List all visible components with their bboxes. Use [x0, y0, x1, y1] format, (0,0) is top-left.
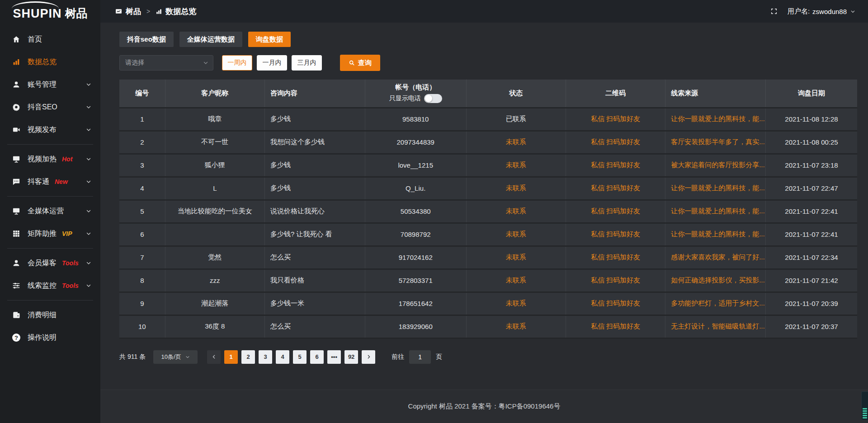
cell-qrcode-link-text[interactable]: 私信 扫码加好友	[591, 299, 640, 307]
search-button[interactable]: 查询	[340, 55, 380, 71]
cell-date: 2021-11-08 00:25	[766, 131, 857, 154]
sidebar-divider	[7, 300, 93, 301]
cell-nickname: 觉然	[165, 246, 264, 269]
cell-qrcode-link-text[interactable]: 私信 扫码加好友	[591, 184, 640, 192]
cell-qrcode-link: 私信 扫码加好友	[566, 131, 665, 154]
cell-status-text: 未联系	[506, 253, 526, 261]
cell-date-text: 2021-11-08 00:25	[785, 138, 838, 146]
cell-source-link-text[interactable]: 无主灯设计，智能磁吸轨道灯...	[671, 322, 765, 330]
sidebar-item-label: 矩阵助推	[28, 229, 57, 239]
sidebar-item-label: 视频发布	[28, 125, 57, 135]
fullscreen-icon[interactable]	[770, 8, 778, 15]
sidebar-item-account-management[interactable]: 账号管理	[0, 73, 100, 96]
sidebar-divider	[7, 196, 93, 197]
page-button-5[interactable]: 5	[293, 350, 307, 364]
table-row: 3狐小狸多少钱love__1215未联系私信 扫码加好友被大家追着问的客厅投影分…	[119, 154, 857, 177]
cell-qrcode-link-text[interactable]: 私信 扫码加好友	[591, 115, 640, 122]
cell-account-text: 178651642	[399, 300, 433, 307]
sidebar-item-douyin-seo[interactable]: 抖音SEO	[0, 96, 100, 118]
cell-qrcode-link: 私信 扫码加好友	[566, 154, 665, 177]
sidebar-item-consumption-detail[interactable]: 消费明细	[0, 304, 100, 326]
page-button-2[interactable]: 2	[241, 350, 255, 364]
sidebar-item-lead-monitor[interactable]: 线索监控Tools	[0, 274, 100, 297]
page-size-select[interactable]: 10条/页	[153, 350, 198, 364]
sidebar-item-doukatong[interactable]: 抖客通New	[0, 170, 100, 193]
cell-content-text: 我只看价格	[270, 276, 304, 284]
table-row: 4L多少钱Q_Liu.未联系私信 扫码加好友让你一眼就爱上的黑科技，能...20…	[119, 177, 857, 200]
goto-page-input[interactable]	[409, 350, 431, 364]
range-button[interactable]: 一月内	[257, 55, 287, 70]
tab-active[interactable]: 询盘数据	[248, 32, 291, 47]
copyright-text: Copyright 树品 2021 备案号：粤ICP备09019646号	[408, 402, 561, 411]
sidebar-item-video-publish[interactable]: 视频发布	[0, 118, 100, 141]
cell-qrcode-link-text[interactable]: 私信 扫码加好友	[591, 322, 640, 330]
cell-source-link-text[interactable]: 让你一眼就爱上的黑科技，能...	[671, 207, 765, 215]
sidebar-item-operation-guide[interactable]: ?操作说明	[0, 326, 100, 349]
user-icon	[12, 258, 21, 268]
cell-source-link-text[interactable]: 客厅安装投影半年多了，真实...	[671, 138, 765, 146]
prev-page-button[interactable]	[207, 350, 221, 364]
sidebar-item-data-overview[interactable]: 数据总览	[0, 51, 100, 73]
sidebar-item-omni-media-operation[interactable]: 全媒体运营	[0, 200, 100, 222]
cell-account-text: 50534380	[401, 207, 431, 215]
table-row: 2不可一世我想问这个多少钱2097344839未联系私信 扫码加好友客厅安装投影…	[119, 131, 857, 154]
cell-qrcode-link-text[interactable]: 私信 扫码加好友	[591, 138, 640, 146]
cell-content-text: 多少钱一米	[270, 299, 304, 307]
tab-inactive[interactable]: 全媒体运营数据	[179, 32, 242, 47]
cell-source-link-text[interactable]: 感谢大家喜欢我家，被问了好...	[671, 253, 765, 261]
sidebar-item-label: 账号管理	[28, 80, 57, 89]
cell-content-text: 多少钱	[270, 184, 291, 192]
cell-qrcode-link-text[interactable]: 私信 扫码加好友	[591, 230, 640, 238]
cell-nickname: 当地比较能吃的一位美女	[165, 200, 264, 223]
cell-account: 70898792	[365, 223, 466, 246]
cell-status: 已联系	[466, 108, 566, 131]
cell-qrcode-link-text[interactable]: 私信 扫码加好友	[591, 161, 640, 169]
cell-date-text: 2021-11-07 21:42	[785, 277, 838, 284]
range-button[interactable]: 三月内	[292, 55, 322, 70]
page-button-1[interactable]: 1	[224, 350, 238, 364]
sidebar-item-matrix-boost[interactable]: 矩阵助推VIP	[0, 222, 100, 245]
range-button[interactable]: 一周内	[222, 55, 252, 70]
page-button-3[interactable]: 3	[259, 350, 272, 364]
sidebar-item-home[interactable]: 首页	[0, 28, 100, 51]
cell-qrcode-link: 私信 扫码加好友	[566, 200, 665, 223]
cell-date-text: 2021-11-07 22:41	[785, 230, 838, 238]
cell-source-link-text[interactable]: 如何正确选择投影仪，买投影...	[671, 276, 765, 284]
user-menu[interactable]: 用户名: zswodun88	[788, 7, 855, 16]
cell-index: 3	[119, 154, 165, 177]
cell-source-link-text[interactable]: 让你一眼就爱上的黑科技，能...	[671, 184, 765, 192]
sidebar-item-member-baoke[interactable]: 会员爆客Tools	[0, 252, 100, 274]
cell-date: 2021-11-07 22:47	[766, 177, 857, 200]
breadcrumb-separator: >	[146, 8, 150, 15]
cell-nickname: 不可一世	[165, 131, 264, 154]
cell-index-text: 4	[140, 184, 144, 192]
cell-qrcode-link-text[interactable]: 私信 扫码加好友	[591, 276, 640, 284]
filter-select[interactable]: 请选择	[119, 55, 213, 70]
phone-only-toggle[interactable]	[424, 94, 442, 103]
cell-index-text: 7	[140, 254, 144, 261]
cell-qrcode-link: 私信 扫码加好友	[566, 269, 665, 292]
cell-source-link-text[interactable]: 让你一眼就爱上的黑科技，能...	[671, 115, 765, 122]
cell-account: 50534380	[365, 200, 466, 223]
page-button-92[interactable]: 92	[344, 350, 358, 364]
cell-qrcode-link-text[interactable]: 私信 扫码加好友	[591, 253, 640, 261]
cell-source-link-text[interactable]: 让你一眼就爱上的黑科技，能...	[671, 230, 765, 238]
sidebar-item-video-heating[interactable]: 视频加热Hot	[0, 148, 100, 170]
cell-nickname: 狐小狸	[165, 154, 264, 177]
inquiry-table: 编号 客户昵称 咨询内容 帐号（电话） 只显示电话	[119, 80, 857, 339]
cell-content-text: 怎么买	[270, 253, 291, 261]
breadcrumb-root[interactable]: 树品	[126, 6, 141, 17]
next-page-button[interactable]	[362, 350, 375, 364]
cell-nickname: 36度 8	[165, 315, 264, 338]
cell-qrcode-link-text[interactable]: 私信 扫码加好友	[591, 207, 640, 215]
toggle-knob	[425, 95, 432, 102]
page-button-6[interactable]: 6	[310, 350, 324, 364]
inquiry-table-wrap: 编号 客户昵称 咨询内容 帐号（电话） 只显示电话	[119, 80, 857, 339]
cell-source-link: 被大家追着问的客厅投影分享...	[665, 154, 766, 177]
pager-more-button[interactable]: •••	[327, 350, 341, 364]
cell-source-link-text[interactable]: 被大家追着问的客厅投影分享...	[671, 161, 765, 169]
cell-source-link-text[interactable]: 多功能护栏灯，适用于乡村文...	[671, 299, 765, 307]
sidebar-item-label: 消费明细	[28, 310, 57, 320]
tab-inactive[interactable]: 抖音seo数据	[119, 32, 174, 47]
page-button-4[interactable]: 4	[276, 350, 289, 364]
